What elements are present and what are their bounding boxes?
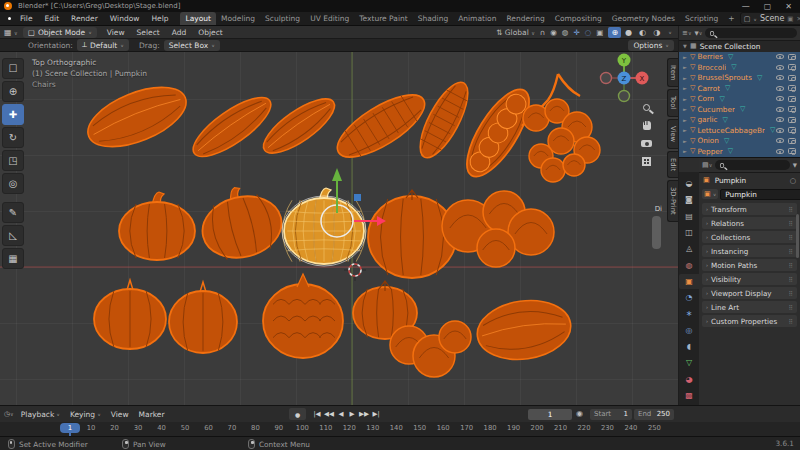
sidebar-tab-tool[interactable]: Tool (667, 89, 678, 116)
render-visibility-icon[interactable] (788, 148, 796, 154)
xray-toggle-icon[interactable]: ▣ (596, 28, 603, 37)
proportional-editing-icon[interactable]: ◉ (550, 28, 557, 37)
render-visibility-icon[interactable] (788, 117, 796, 123)
transform-orientation-dropdown[interactable]: ⇅ Global ∨ (496, 28, 535, 37)
expand-icon[interactable]: ► (683, 85, 690, 91)
workspace-tab-sculpting[interactable]: Sculpting (260, 12, 305, 25)
new-scene-icon[interactable]: ▣ (787, 15, 793, 23)
timeline-ruler[interactable]: 1020304050607080901001101201301401501601… (0, 422, 800, 437)
viewport-menu-select[interactable]: Select (131, 26, 166, 39)
object-potato[interactable] (473, 295, 574, 366)
hide-eye-icon[interactable] (776, 128, 784, 133)
expand-icon[interactable]: ► (683, 138, 690, 144)
menu-help[interactable]: Help (145, 12, 174, 25)
workspace-tab-uv-editing[interactable]: UV Editing (305, 12, 354, 25)
section-transform[interactable]: ›Transform⠿ (702, 203, 797, 215)
render-visibility-icon[interactable] (788, 85, 796, 91)
outliner-row-cucumber[interactable]: ►▽Cucumber▽ (679, 104, 800, 115)
sidebar-tab-view[interactable]: View (667, 119, 678, 149)
properties-search[interactable] (715, 160, 789, 170)
expand-icon[interactable]: ► (683, 117, 690, 123)
sidebar-sliver-slider[interactable] (652, 216, 661, 249)
expand-icon[interactable]: ► (683, 54, 690, 60)
section-relations[interactable]: ›Relations⠿ (702, 217, 797, 229)
expand-icon[interactable]: ► (683, 64, 690, 70)
object-melon[interactable] (194, 179, 289, 266)
hide-eye-icon[interactable] (776, 65, 784, 70)
outliner-row-berries[interactable]: ►▽Berries▽ (679, 52, 800, 63)
tool-select-box[interactable]: ☐ (2, 58, 24, 79)
pin-icon[interactable]: ○ (790, 176, 796, 185)
jump-to-start-button[interactable]: |◀ (312, 408, 322, 420)
section-visibility[interactable]: ›Visibility⠿ (702, 273, 797, 285)
minimize-button[interactable]: — (742, 2, 750, 11)
id-type-dropdown[interactable]: ▣∨ (702, 189, 718, 199)
properties-tab-modifiers[interactable]: ◔ (679, 290, 699, 305)
shading-wireframe-button[interactable]: ⊕ (608, 27, 621, 38)
outliner-editor-icon[interactable]: ≡∨ (682, 29, 692, 37)
properties-tab-particles[interactable]: ∗ (679, 306, 699, 321)
expand-icon[interactable]: ► (683, 148, 690, 154)
tool-add-cube[interactable]: ▦ (2, 248, 24, 269)
close-button[interactable]: ✕ (785, 2, 792, 11)
pan-hand-button[interactable] (639, 118, 654, 133)
shading-rendered-button[interactable]: ◑ (650, 27, 663, 38)
expand-icon[interactable]: ► (683, 75, 690, 81)
zoom-button[interactable] (639, 100, 654, 115)
render-visibility-icon[interactable] (788, 106, 796, 112)
workspace-tab-rendering[interactable]: Rendering (501, 12, 549, 25)
object-onion[interactable] (94, 280, 166, 349)
timeline-editor-icon[interactable]: ◷∨ (4, 410, 14, 418)
section-collections[interactable]: ›Collections⠿ (702, 231, 797, 243)
workspace-tab-modeling[interactable]: Modeling (216, 12, 260, 25)
object-visibility-icon[interactable]: ◍ (562, 28, 569, 37)
drag-dropdown[interactable]: Select Box ∨ (164, 40, 220, 51)
workspace-tab-layout[interactable]: Layout (180, 12, 216, 25)
properties-tab-scene[interactable]: ◬ (679, 241, 699, 256)
tool-cursor[interactable]: ⊕ (2, 81, 24, 102)
workspace-tab-geometry-nodes[interactable]: Geometry Nodes (607, 12, 680, 25)
outliner-row-garlic[interactable]: ►▽garlic▽ (679, 115, 800, 126)
section-instancing[interactable]: ›Instancing⠿ (702, 245, 797, 257)
tool-rotate[interactable]: ↻ (2, 127, 24, 148)
properties-tab-material[interactable]: ◕ (679, 372, 699, 387)
object-pumpkin[interactable] (282, 188, 366, 266)
viewport-3d[interactable]: Y X Z Top Orthographic(1) Scene Collecti… (0, 52, 678, 405)
workspace-tab-compositing[interactable]: Compositing (550, 12, 607, 25)
snapping-magnet-icon[interactable]: ∩ (540, 28, 546, 37)
tool-scale[interactable]: ◳ (2, 150, 24, 171)
overlays-icon[interactable]: ◌ (585, 28, 592, 37)
shading-solid-button[interactable]: ● (622, 27, 635, 38)
expand-icon[interactable]: ► (683, 127, 690, 133)
mode-dropdown[interactable]: ▢ Object Mode ∨ (23, 27, 97, 38)
outliner-row-brusselsprouts[interactable]: ►▽BrusselSprouts▽ (679, 73, 800, 84)
record-button[interactable]: ● (289, 408, 306, 420)
jump-to-end-button[interactable]: ▶| (371, 408, 381, 420)
outliner-row-onion[interactable]: ►▽Onion▽ (679, 136, 800, 147)
properties-tab-tool[interactable]: ◒ (679, 176, 699, 191)
editor-type-icon[interactable]: ▦ ∨ (4, 28, 18, 37)
outliner-row-lettucecabbagebr[interactable]: ►▽LettuceCabbageBr▽ (679, 125, 800, 136)
hide-eye-icon[interactable] (776, 75, 784, 80)
unlink-scene-icon[interactable]: ✕ (797, 15, 800, 23)
gizmos-icon[interactable]: ✛ (573, 28, 579, 37)
object-berries[interactable] (522, 74, 600, 182)
add-workspace-button[interactable]: + (723, 12, 739, 25)
shading-material-preview-button[interactable]: ◐ (636, 27, 649, 38)
render-visibility-icon[interactable] (788, 54, 796, 60)
expand-icon[interactable]: ► (683, 106, 690, 112)
viewport-menu-view[interactable]: View (101, 26, 131, 39)
hide-eye-icon[interactable] (776, 117, 784, 122)
properties-tab-output[interactable]: ▤ (679, 209, 699, 224)
orientation-dropdown[interactable]: ⟂ Default ∨ (77, 39, 129, 51)
play-button[interactable]: ▶ (347, 408, 357, 420)
prev-frame-button[interactable]: ◀ (336, 408, 346, 420)
outliner-row-pepper[interactable]: ►▽Pepper▽ (679, 146, 800, 157)
section-viewport-display[interactable]: ›Viewport Display⠿ (702, 287, 797, 299)
menu-window[interactable]: Window (104, 12, 146, 25)
orthographic-grid-button[interactable] (639, 154, 654, 169)
sidebar-tab-3d-print[interactable]: 3D-Print (667, 180, 678, 222)
next-keyframe-button[interactable]: ▶▶ (358, 408, 370, 420)
current-frame-field[interactable]: 1 (528, 409, 572, 420)
timeline-menu-keying[interactable]: Keying∨ (65, 409, 106, 420)
